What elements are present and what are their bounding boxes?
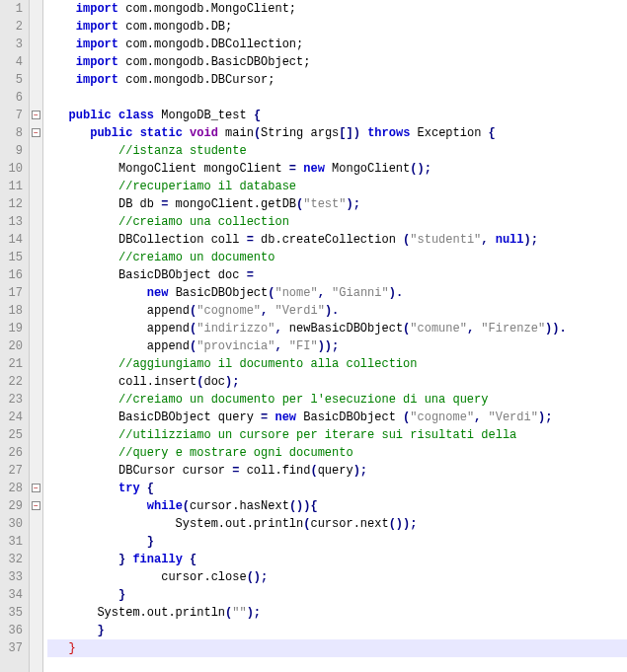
line-number: 20	[0, 337, 23, 355]
code-line[interactable]: append("indirizzo", newBasicDBObject("co…	[47, 320, 627, 337]
code-line[interactable]: import com.mongodb.DB;	[47, 18, 627, 36]
line-number: 10	[0, 160, 23, 178]
line-number: 35	[0, 604, 23, 622]
line-number: 2	[0, 18, 23, 36]
line-number: 11	[0, 178, 23, 195]
code-line[interactable]: //creiamo un documento	[47, 249, 627, 266]
code-line[interactable]: BasicDBObject doc =	[47, 266, 627, 284]
code-line[interactable]: //query e mostrare ogni documento	[47, 444, 627, 462]
line-number: 12	[0, 195, 23, 213]
line-number: 14	[0, 231, 23, 249]
code-line[interactable]: //istanza studente	[47, 142, 627, 160]
line-number: 32	[0, 551, 23, 568]
line-number: 23	[0, 391, 23, 409]
line-number: 31	[0, 533, 23, 551]
line-number: 7	[0, 107, 23, 124]
code-line[interactable]: //recuperiamo il database	[47, 178, 627, 195]
line-number: 17	[0, 284, 23, 302]
line-number: 8	[0, 124, 23, 142]
code-line[interactable]: public class MongoDB_test {	[47, 107, 627, 124]
code-editor[interactable]: import com.mongodb.MongoClient; import c…	[43, 0, 627, 672]
code-line[interactable]: } finally {	[47, 551, 627, 568]
code-line[interactable]: DB db = mongoClient.getDB("test");	[47, 195, 627, 213]
line-number: 27	[0, 462, 23, 480]
fold-toggle[interactable]: −	[32, 111, 40, 119]
line-number: 37	[0, 639, 23, 657]
code-line[interactable]: //creiamo una collection	[47, 213, 627, 231]
code-line[interactable]: MongoClient mongoClient = new MongoClien…	[47, 160, 627, 178]
line-number: 13	[0, 213, 23, 231]
line-number: 16	[0, 266, 23, 284]
line-number: 18	[0, 302, 23, 320]
line-number: 6	[0, 89, 23, 107]
line-number: 21	[0, 355, 23, 373]
fold-toggle[interactable]: −	[32, 484, 40, 492]
code-line[interactable]: System.out.println(cursor.next());	[47, 515, 627, 533]
line-number-gutter: 1234567891011121314151617181920212223242…	[0, 0, 30, 672]
line-number: 28	[0, 480, 23, 497]
code-line[interactable]: System.out.println("");	[47, 604, 627, 622]
line-number: 25	[0, 426, 23, 444]
line-number: 5	[0, 71, 23, 89]
line-number: 3	[0, 36, 23, 53]
line-number: 30	[0, 515, 23, 533]
line-number: 9	[0, 142, 23, 160]
code-line[interactable]: //aggiungiamo il documento alla collecti…	[47, 355, 627, 373]
fold-toggle[interactable]: −	[32, 128, 40, 137]
code-line[interactable]: //creiamo un documento per l'esecuzione …	[47, 391, 627, 409]
code-line[interactable]: append("cognome", "Verdi").	[47, 302, 627, 320]
code-line[interactable]: import com.mongodb.DBCursor;	[47, 71, 627, 89]
code-line[interactable]: DBCursor cursor = coll.find(query);	[47, 462, 627, 480]
line-number: 22	[0, 373, 23, 391]
line-number: 15	[0, 249, 23, 266]
code-line[interactable]: cursor.close();	[47, 568, 627, 586]
fold-toggle[interactable]: −	[32, 501, 40, 510]
line-number: 36	[0, 622, 23, 639]
line-number: 29	[0, 497, 23, 515]
code-line[interactable]: //utilizziamo un cursore per iterare sui…	[47, 426, 627, 444]
code-line[interactable]: new BasicDBObject("nome", "Gianni").	[47, 284, 627, 302]
fold-gutter: −−−−	[30, 0, 43, 672]
code-line[interactable]: try {	[47, 480, 627, 497]
code-line[interactable]: DBCollection coll = db.createCollection …	[47, 231, 627, 249]
code-line[interactable]: coll.insert(doc);	[47, 373, 627, 391]
code-line[interactable]: import com.mongodb.MongoClient;	[47, 0, 627, 18]
code-line[interactable]: }	[47, 586, 627, 604]
line-number: 1	[0, 0, 23, 18]
code-line[interactable]: }	[47, 533, 627, 551]
code-line[interactable]: }	[47, 622, 627, 639]
line-number: 33	[0, 568, 23, 586]
line-number: 4	[0, 53, 23, 71]
code-line[interactable]: }	[47, 639, 627, 657]
code-line[interactable]: while(cursor.hasNext()){	[47, 497, 627, 515]
code-line[interactable]	[47, 89, 627, 107]
line-number: 19	[0, 320, 23, 337]
code-line[interactable]: BasicDBObject query = new BasicDBObject …	[47, 409, 627, 426]
code-line[interactable]: import com.mongodb.BasicDBObject;	[47, 53, 627, 71]
line-number: 34	[0, 586, 23, 604]
code-line[interactable]: append("provincia", "FI"));	[47, 337, 627, 355]
line-number: 24	[0, 409, 23, 426]
code-line[interactable]: public static void main(String args[]) t…	[47, 124, 627, 142]
line-number: 26	[0, 444, 23, 462]
code-line[interactable]: import com.mongodb.DBCollection;	[47, 36, 627, 53]
